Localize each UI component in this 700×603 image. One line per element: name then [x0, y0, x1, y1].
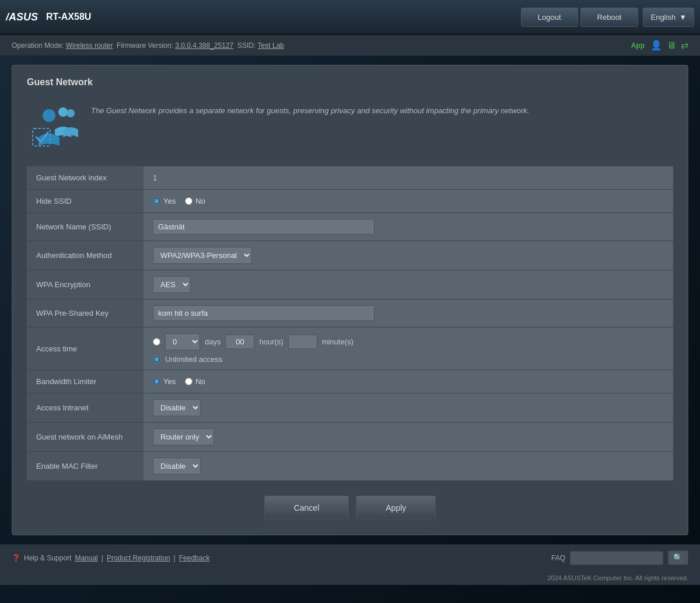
svg-point-2	[43, 109, 55, 122]
separator-2: |	[174, 554, 176, 562]
faq-label: FAQ	[551, 554, 565, 562]
minutes-label: minute(s)	[322, 337, 354, 346]
access-time-row: 0 days hour(s) minute(s)	[153, 333, 664, 350]
bandwidth-limiter-value-cell: Yes No	[144, 370, 673, 393]
bandwidth-yes-text: Yes	[163, 377, 176, 386]
language-label: English	[650, 13, 676, 22]
access-time-container: 0 days hour(s) minute(s) Unlimited acces…	[153, 333, 664, 364]
footer-copyright: 2024 ASUSTeK Computer Inc. All rights re…	[0, 571, 700, 585]
unlimited-access-row: Unlimited access	[153, 355, 664, 364]
ssid-label: SSID:	[237, 41, 256, 50]
hide-ssid-no-text: No	[195, 197, 205, 205]
status-icons: 👤 🖥 ⇄	[650, 40, 688, 51]
wpa-key-label: WPA Pre-Shared Key	[27, 299, 144, 327]
form-table: Guest Network index 1 Hide SSID Yes No	[27, 166, 673, 481]
search-icon: 🔍	[673, 553, 683, 562]
table-row-wpa-key: WPA Pre-Shared Key	[27, 299, 673, 327]
network-name-label: Network Name (SSID)	[27, 213, 144, 241]
separator-1: |	[102, 554, 103, 562]
guest-network-icon	[27, 99, 79, 152]
main-content: Guest Network	[0, 56, 700, 544]
aimesh-select[interactable]: Router only All nodes	[153, 428, 214, 445]
mac-filter-label: Enable MAC Filter	[27, 452, 144, 481]
bandwidth-no-radio[interactable]	[185, 378, 192, 385]
wpa-key-value-cell	[144, 299, 673, 327]
access-intranet-label: Access Intranet	[27, 393, 144, 423]
wpa-key-input[interactable]	[153, 305, 374, 321]
auth-method-label: Authentication Method	[27, 241, 144, 270]
logo-area: /ASUS RT-AX58U	[6, 11, 91, 23]
ssid-value[interactable]: Test Lab	[258, 41, 284, 50]
auth-method-select[interactable]: WPA2/WPA3-Personal	[153, 247, 252, 264]
page-title: Guest Network	[27, 77, 673, 88]
network-name-value-cell	[144, 213, 673, 241]
access-time-limited-radio[interactable]	[153, 338, 160, 346]
monitor-icon[interactable]: 🖥	[667, 40, 676, 51]
user-icon[interactable]: 👤	[650, 40, 662, 51]
bandwidth-no-label[interactable]: No	[185, 377, 205, 386]
network-name-input[interactable]	[153, 219, 374, 235]
content-panel: Guest Network	[12, 65, 688, 535]
wpa-encryption-select[interactable]: AES	[153, 276, 191, 293]
hide-ssid-no-label[interactable]: No	[185, 197, 205, 205]
firmware-label: Firmware Version:	[117, 41, 173, 50]
chevron-down-icon: ▼	[679, 13, 687, 22]
reboot-button[interactable]: Reboot	[580, 8, 639, 27]
access-intranet-value-cell: Disable Enable	[144, 393, 673, 423]
auth-method-value-cell: WPA2/WPA3-Personal	[144, 241, 673, 270]
hide-ssid-radio-group: Yes No	[153, 197, 664, 205]
table-row-bandwidth: Bandwidth Limiter Yes No	[27, 370, 673, 393]
hide-ssid-yes-label[interactable]: Yes	[153, 197, 176, 205]
firmware-value[interactable]: 3.0.0.4.388_25127	[175, 41, 233, 50]
table-row-index: Guest Network index 1	[27, 166, 673, 190]
access-time-minutes-input[interactable]	[288, 334, 317, 349]
aimesh-value-cell: Router only All nodes	[144, 423, 673, 452]
hours-label: hour(s)	[259, 337, 283, 346]
guest-index-value: 1	[144, 166, 673, 190]
unlimited-access-label: Unlimited access	[165, 355, 222, 364]
bandwidth-no-text: No	[195, 377, 205, 386]
guest-index-label: Guest Network index	[27, 166, 144, 190]
language-selector[interactable]: English ▼	[643, 8, 694, 27]
manual-link[interactable]: Manual	[75, 554, 97, 562]
help-icon: ❓	[12, 554, 20, 562]
faq-search-button[interactable]: 🔍	[668, 550, 688, 565]
access-time-days-select[interactable]: 0	[165, 333, 200, 350]
access-time-hours-input[interactable]	[225, 334, 254, 349]
intro-description: The Guest Network provides a separate ne…	[91, 99, 529, 117]
feedback-link[interactable]: Feedback	[179, 554, 210, 562]
app-label: App	[631, 41, 645, 50]
intro-section: The Guest Network provides a separate ne…	[27, 99, 673, 152]
access-time-unlimited-radio[interactable]	[153, 355, 160, 363]
faq-search-input[interactable]	[570, 551, 663, 565]
operation-mode-value[interactable]: Wireless router	[66, 41, 113, 50]
hide-ssid-yes-radio[interactable]	[153, 197, 160, 205]
button-row: Cancel Apply	[27, 496, 673, 520]
bandwidth-limiter-label: Bandwidth Limiter	[27, 370, 144, 393]
wpa-encryption-value-cell: AES	[144, 270, 673, 299]
bandwidth-yes-radio[interactable]	[153, 378, 160, 385]
asus-logo: /ASUS	[6, 11, 38, 23]
header: /ASUS RT-AX58U Logout Reboot English ▼	[0, 0, 700, 35]
access-intranet-select[interactable]: Disable Enable	[153, 399, 201, 416]
aimesh-label: Guest network on AiMesh	[27, 423, 144, 452]
table-row-access-intranet: Access Intranet Disable Enable	[27, 393, 673, 423]
hide-ssid-yes-text: Yes	[163, 197, 176, 205]
network-icon[interactable]: ⇄	[681, 40, 688, 51]
access-time-label: Access time	[27, 327, 144, 370]
access-time-value-cell: 0 days hour(s) minute(s) Unlimited acces…	[144, 327, 673, 370]
bandwidth-yes-label[interactable]: Yes	[153, 377, 176, 386]
product-reg-link[interactable]: Product Registration	[107, 554, 170, 562]
apply-button[interactable]: Apply	[356, 496, 436, 520]
logout-button[interactable]: Logout	[521, 8, 578, 27]
hide-ssid-no-radio[interactable]	[185, 197, 192, 205]
table-row-auth: Authentication Method WPA2/WPA3-Personal	[27, 241, 673, 270]
table-row-mac-filter: Enable MAC Filter Disable Enable	[27, 452, 673, 481]
header-buttons: Logout Reboot English ▼	[521, 8, 694, 27]
footer-left: ❓ Help & Support Manual | Product Regist…	[12, 554, 209, 562]
operation-mode-label: Operation Mode:	[12, 41, 64, 50]
mac-filter-select[interactable]: Disable Enable	[153, 458, 201, 475]
cancel-button[interactable]: Cancel	[264, 496, 349, 520]
table-row-wpa-enc: WPA Encryption AES	[27, 270, 673, 299]
svg-point-1	[66, 109, 75, 117]
